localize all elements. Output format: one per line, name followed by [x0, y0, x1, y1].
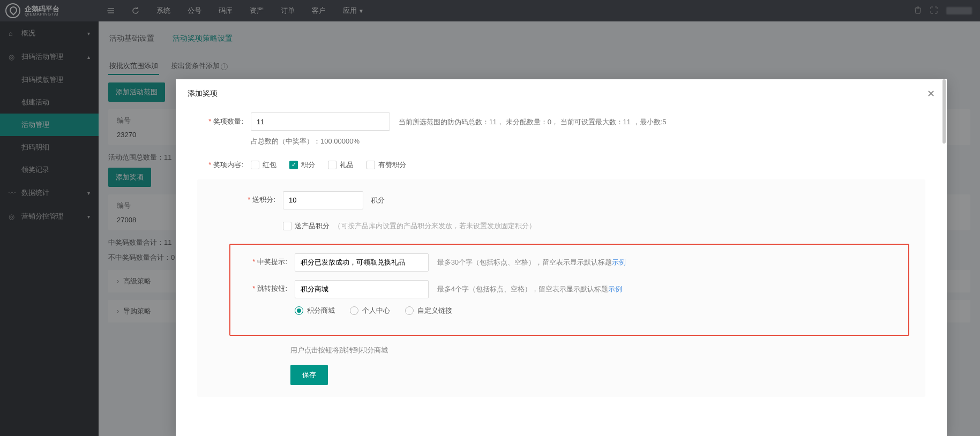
modal-overlay[interactable] — [0, 0, 980, 21]
